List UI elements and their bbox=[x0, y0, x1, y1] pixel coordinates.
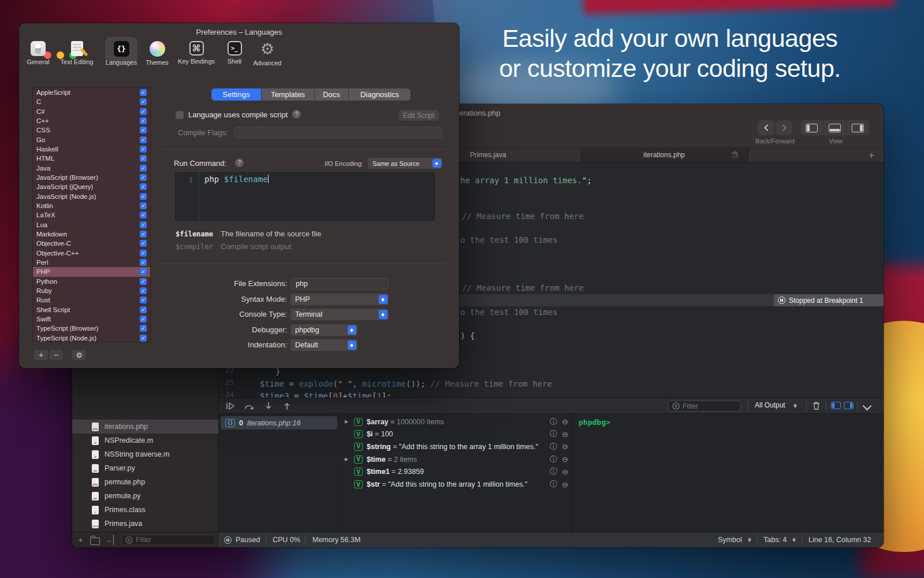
step-over-button[interactable] bbox=[244, 401, 255, 413]
variable-row[interactable]: V$str = "Add this string to the array 1 … bbox=[340, 479, 572, 491]
language-row[interactable]: C✓ bbox=[33, 97, 150, 106]
step-into-button[interactable] bbox=[263, 401, 274, 413]
language-checkbox[interactable]: ✓ bbox=[140, 165, 147, 172]
language-row[interactable]: C#✓ bbox=[33, 107, 150, 116]
variable-row[interactable]: ▶V$time = 2 itemsⓘ⊖ bbox=[340, 453, 572, 465]
view-right-panel-button[interactable] bbox=[847, 120, 869, 135]
compile-script-checkbox[interactable] bbox=[176, 111, 184, 119]
language-checkbox[interactable]: ✓ bbox=[140, 287, 147, 294]
language-checkbox[interactable]: ✓ bbox=[140, 174, 147, 181]
prefs-toolbar-advanced[interactable]: ⚙Advanced bbox=[241, 37, 293, 71]
file-row[interactable]: mNSPredicate.m bbox=[72, 433, 218, 447]
remove-watch-icon[interactable]: ⊖ bbox=[562, 455, 568, 464]
language-row[interactable]: Objective-C✓ bbox=[33, 239, 150, 248]
language-checkbox[interactable]: ✓ bbox=[140, 117, 147, 124]
file-row[interactable]: pyParser.py bbox=[72, 461, 218, 475]
back-button[interactable] bbox=[758, 120, 774, 135]
add-language-button[interactable]: + bbox=[33, 349, 49, 361]
io-encoding-popup[interactable]: Same as Source bbox=[368, 158, 442, 169]
tab-templates[interactable]: Templates bbox=[262, 88, 314, 101]
stack-frame-row[interactable]: {} 0 iterations.php:16 bbox=[221, 416, 337, 429]
language-checkbox[interactable]: ✓ bbox=[140, 231, 147, 238]
disclosure-triangle-icon[interactable]: ▶ bbox=[345, 457, 348, 462]
language-checkbox[interactable]: ✓ bbox=[140, 108, 147, 115]
debug-console[interactable]: phpdbg> bbox=[572, 414, 884, 532]
variable-row[interactable]: V$i = 100ⓘ⊖ bbox=[340, 428, 572, 440]
view-bottom-panel-button[interactable] bbox=[824, 120, 846, 135]
file-row[interactable]: pypermute.py bbox=[72, 489, 218, 503]
language-checkbox[interactable]: ✓ bbox=[140, 183, 147, 190]
info-icon[interactable]: ⓘ bbox=[550, 442, 557, 452]
symbol-select[interactable]: Symbol bbox=[718, 536, 742, 544]
language-row[interactable]: Go✓ bbox=[33, 135, 150, 144]
edit-script-button[interactable]: Edit Script bbox=[398, 110, 439, 121]
continue-button[interactable] bbox=[225, 401, 236, 413]
help-icon[interactable]: ? bbox=[235, 158, 244, 167]
language-checkbox[interactable]: ✓ bbox=[140, 250, 147, 257]
language-checkbox[interactable]: ✓ bbox=[140, 98, 147, 105]
language-checkbox[interactable]: ✓ bbox=[140, 89, 147, 96]
language-row[interactable]: Lua✓ bbox=[33, 220, 150, 229]
syntax-mode-popup[interactable]: PHP bbox=[290, 294, 389, 305]
remove-watch-icon[interactable]: ⊖ bbox=[562, 468, 568, 476]
info-icon[interactable]: ⓘ bbox=[550, 429, 557, 439]
console-filter-field[interactable]: Filter bbox=[668, 401, 741, 412]
language-checkbox[interactable]: ✓ bbox=[140, 193, 147, 200]
language-checkbox[interactable]: ✓ bbox=[140, 136, 147, 143]
language-checkbox[interactable]: ✓ bbox=[140, 212, 147, 218]
debugger-popup[interactable]: phpdbg bbox=[290, 324, 357, 336]
file-row[interactable]: phpiterations.php bbox=[72, 420, 218, 433]
help-icon[interactable]: ? bbox=[292, 110, 301, 118]
new-tab-button[interactable]: + bbox=[865, 149, 878, 162]
file-row[interactable]: phppermute.php bbox=[72, 475, 218, 489]
indentation-popup[interactable]: Default bbox=[290, 339, 357, 351]
toggle-left-pane-button[interactable] bbox=[831, 402, 841, 409]
language-row[interactable]: C++✓ bbox=[33, 116, 150, 125]
language-checkbox[interactable]: ✓ bbox=[140, 259, 147, 266]
language-row[interactable]: Java✓ bbox=[33, 164, 150, 173]
language-row[interactable]: Haskell✓ bbox=[33, 144, 150, 154]
remove-watch-icon[interactable]: ⊖ bbox=[562, 417, 568, 426]
language-checkbox[interactable]: ✓ bbox=[140, 268, 147, 275]
info-icon[interactable]: ⓘ bbox=[550, 454, 557, 465]
language-actions-button[interactable]: ⚙ bbox=[72, 349, 87, 361]
language-row[interactable]: JavaScript (jQuery)✓ bbox=[33, 182, 150, 191]
output-mode-select[interactable]: All Output bbox=[755, 401, 785, 409]
collapse-console-button[interactable] bbox=[863, 402, 872, 411]
tab-docs[interactable]: Docs bbox=[315, 88, 348, 101]
run-command-editor[interactable]: 1 php $filename bbox=[175, 172, 435, 221]
remove-watch-icon[interactable]: ⊖ bbox=[562, 480, 568, 489]
new-folder-button[interactable] bbox=[90, 537, 100, 547]
disclosure-triangle-icon[interactable]: ▶ bbox=[345, 419, 348, 424]
language-checkbox[interactable]: ✓ bbox=[140, 202, 147, 209]
language-row[interactable]: HTML✓ bbox=[33, 154, 150, 163]
file-row[interactable]: mNSString traverse.m bbox=[72, 447, 218, 461]
console-type-popup[interactable]: Terminal bbox=[290, 309, 389, 320]
remove-watch-icon[interactable]: ⊖ bbox=[562, 430, 568, 439]
forward-button[interactable] bbox=[776, 120, 792, 135]
clear-console-button[interactable] bbox=[812, 401, 821, 413]
compile-flags-field[interactable] bbox=[234, 127, 442, 138]
view-left-panel-button[interactable] bbox=[800, 120, 823, 135]
language-checkbox[interactable]: ✓ bbox=[140, 146, 147, 153]
variable-row[interactable]: ▶V$array = 1000000 itemsⓘ⊖ bbox=[340, 416, 572, 428]
import-button[interactable]: → bbox=[105, 535, 114, 545]
language-row[interactable]: AppleScript✓ bbox=[33, 88, 150, 97]
add-file-button[interactable]: + bbox=[78, 535, 83, 545]
tab-settings[interactable]: Settings bbox=[211, 88, 261, 101]
language-row[interactable]: JavaScript (Browser)✓ bbox=[33, 173, 150, 182]
variable-row[interactable]: V$string = "Add this string to the array… bbox=[340, 440, 572, 453]
info-icon[interactable]: ⓘ bbox=[550, 479, 557, 490]
tabs-select[interactable]: Tabs: 4 bbox=[763, 536, 787, 544]
remove-watch-icon[interactable]: ⊖ bbox=[562, 442, 568, 451]
language-row[interactable]: Kotlin✓ bbox=[33, 201, 150, 210]
language-row[interactable]: Markdown✓ bbox=[33, 229, 150, 239]
language-row[interactable]: Perl✓ bbox=[33, 258, 150, 267]
language-row[interactable]: CSS✓ bbox=[33, 125, 150, 135]
toggle-right-pane-button[interactable] bbox=[844, 402, 854, 409]
language-checkbox[interactable]: ✓ bbox=[140, 240, 147, 247]
language-checkbox[interactable]: ✓ bbox=[140, 127, 147, 134]
language-row[interactable]: LaTeX✓ bbox=[33, 210, 150, 220]
variable-row[interactable]: V$time1 = 2.93859ⓘ⊖ bbox=[340, 466, 572, 478]
language-checkbox[interactable]: ✓ bbox=[140, 221, 147, 228]
